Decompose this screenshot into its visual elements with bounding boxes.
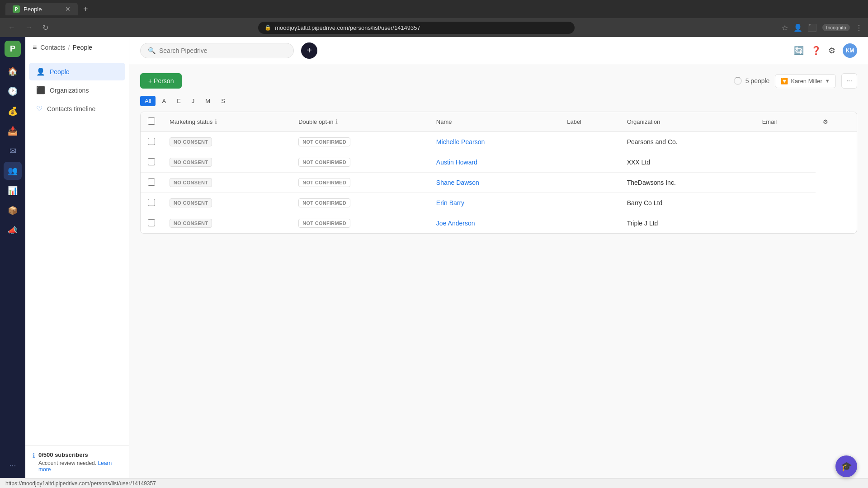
- row-checkbox-1[interactable]: [148, 158, 155, 165]
- forward-button[interactable]: →: [23, 22, 35, 33]
- rail-icon-mail[interactable]: ✉: [4, 142, 22, 160]
- add-person-button[interactable]: + Person: [140, 73, 182, 89]
- marketing-status-badge-4: NO CONSENT: [170, 219, 212, 228]
- row-email-4: [755, 213, 816, 234]
- incognito-badge: Incognito: [822, 24, 850, 31]
- rail-icon-products[interactable]: 📦: [4, 202, 22, 220]
- org-link-0[interactable]: Pearsons and Co.: [627, 138, 678, 145]
- org-link-2[interactable]: TheDawsons Inc.: [627, 179, 676, 186]
- person-name-link-2[interactable]: Shane Dawson: [436, 179, 479, 186]
- alpha-filter-e[interactable]: E: [172, 96, 185, 106]
- status-url: https://moodjoy1altd.pipedrive.com/perso…: [5, 480, 156, 487]
- sidebar-item-organizations[interactable]: ⬛ Organizations: [29, 81, 125, 99]
- contacts-timeline-nav-icon: ♡: [36, 104, 42, 113]
- search-input[interactable]: [159, 47, 286, 54]
- settings-icon[interactable]: ⚙: [828, 46, 835, 56]
- filter-icon: 🔽: [781, 78, 788, 84]
- row-checkbox-2[interactable]: [148, 178, 155, 186]
- hamburger-icon[interactable]: ≡: [33, 43, 37, 52]
- row-email-3: [755, 193, 816, 213]
- sidebar: ≡ Contacts / People 👤 People ⬛ Organizat…: [25, 37, 129, 478]
- alpha-filter-m[interactable]: M: [201, 96, 215, 106]
- marketing-status-info-icon[interactable]: ℹ: [215, 118, 217, 125]
- alpha-filter-j[interactable]: J: [187, 96, 199, 106]
- people-nav-icon: 👤: [36, 67, 45, 76]
- filter-button[interactable]: 🔽 Karen Miller ▼: [775, 74, 835, 88]
- rail-icon-contacts[interactable]: 👥: [4, 162, 22, 180]
- row-marketing-status-3: NO CONSENT: [162, 193, 291, 213]
- double-opt-in-badge-1: NOT CONFIRMED: [298, 158, 350, 167]
- sidebar-item-people[interactable]: 👤 People: [29, 63, 125, 80]
- more-options-button[interactable]: ···: [841, 73, 857, 89]
- header-settings[interactable]: ⚙: [816, 112, 857, 132]
- refresh-button[interactable]: ↻: [40, 22, 51, 34]
- select-all-checkbox[interactable]: [148, 117, 155, 125]
- org-link-3[interactable]: Barry Co Ltd: [627, 199, 663, 206]
- new-tab-button[interactable]: +: [81, 3, 90, 16]
- alpha-filter-a[interactable]: A: [157, 96, 170, 106]
- search-box[interactable]: 🔍: [140, 43, 294, 58]
- breadcrumb-separator: /: [68, 44, 70, 51]
- alpha-filter-all[interactable]: All: [140, 96, 156, 106]
- double-opt-in-badge-0: NOT CONFIRMED: [298, 137, 350, 146]
- rail-icon-deals[interactable]: 💰: [4, 102, 22, 120]
- org-link-1[interactable]: XXX Ltd: [627, 159, 650, 166]
- header-name: Name: [429, 112, 560, 132]
- sidebar-item-organizations-label: Organizations: [50, 87, 89, 94]
- row-marketing-status-0: NO CONSENT: [162, 132, 291, 152]
- bookmark-icon[interactable]: ☆: [782, 23, 788, 32]
- address-bar[interactable]: 🔒 moodjoy1altd.pipedrive.com/persons/lis…: [258, 22, 575, 34]
- breadcrumb-contacts[interactable]: Contacts: [40, 44, 65, 51]
- info-icon: ℹ: [33, 452, 35, 459]
- person-name-link-0[interactable]: Michelle Pearson: [436, 138, 485, 145]
- extensions-icon[interactable]: ⬛: [808, 23, 817, 32]
- rail-icon-activities[interactable]: 🕐: [4, 82, 22, 100]
- row-checkbox-3[interactable]: [148, 199, 155, 206]
- row-label-0: [560, 132, 619, 152]
- double-opt-in-badge-2: NOT CONFIRMED: [298, 178, 350, 187]
- tab-favicon: P: [13, 5, 20, 13]
- menu-icon[interactable]: ⋮: [855, 23, 863, 32]
- breadcrumb: Contacts / People: [40, 44, 92, 51]
- table-body: NO CONSENT NOT CONFIRMED Michelle Pearso…: [141, 132, 857, 234]
- avatar[interactable]: KM: [843, 43, 857, 58]
- person-name-link-3[interactable]: Erin Barry: [436, 199, 464, 206]
- sidebar-item-contacts-timeline[interactable]: ♡ Contacts timeline: [29, 100, 125, 117]
- app-logo[interactable]: P: [5, 41, 21, 57]
- subscribers-info: ℹ 0/500 subscribers Account review neede…: [33, 451, 122, 473]
- row-double-opt-in-4: NOT CONFIRMED: [291, 213, 429, 234]
- back-button[interactable]: ←: [5, 22, 18, 33]
- header-email: Email: [755, 112, 816, 132]
- row-label-4: [560, 213, 619, 234]
- top-bar: 🔍 + 🔄 ❓ ⚙ KM: [129, 37, 868, 64]
- double-opt-in-info-icon[interactable]: ℹ: [335, 118, 338, 125]
- rail-icon-insights[interactable]: 📊: [4, 182, 22, 200]
- main-content: 🔍 + 🔄 ❓ ⚙ KM + Person 5 people: [129, 37, 868, 478]
- org-link-4[interactable]: Triple J Ltd: [627, 220, 658, 227]
- content-area: + Person 5 people 🔽 Karen Miller ▼ ··· A…: [129, 64, 868, 478]
- row-checkbox-4[interactable]: [148, 219, 155, 226]
- table-row: NO CONSENT NOT CONFIRMED Austin Howard X…: [141, 152, 857, 173]
- profile-icon[interactable]: 👤: [793, 23, 802, 32]
- help-fab-button[interactable]: 🎓: [835, 455, 857, 477]
- icon-rail: P 🏠 🕐 💰 📥 ✉ 👥 📊 📦 📣 ···: [0, 37, 25, 478]
- rail-icon-campaigns[interactable]: 📣: [4, 221, 22, 239]
- sync-icon[interactable]: 🔄: [794, 46, 804, 56]
- add-button[interactable]: +: [301, 42, 317, 59]
- sidebar-header: ≡ Contacts / People: [25, 37, 129, 58]
- help-icon[interactable]: ❓: [811, 46, 821, 56]
- address-bar-row: ← → ↻ 🔒 moodjoy1altd.pipedrive.com/perso…: [0, 18, 868, 37]
- row-checkbox-0[interactable]: [148, 138, 155, 145]
- tab-close-button[interactable]: ✕: [65, 5, 71, 13]
- person-name-link-4[interactable]: Joe Anderson: [436, 220, 475, 227]
- rail-icon-home[interactable]: 🏠: [4, 62, 22, 80]
- person-name-link-1[interactable]: Austin Howard: [436, 159, 477, 166]
- table-row: NO CONSENT NOT CONFIRMED Michelle Pearso…: [141, 132, 857, 152]
- browser-tab[interactable]: P People ✕: [5, 3, 78, 15]
- rail-icon-leads[interactable]: 📥: [4, 122, 22, 140]
- alpha-filter-s[interactable]: S: [217, 96, 230, 106]
- app-container: P 🏠 🕐 💰 📥 ✉ 👥 📊 📦 📣 ··· ≡ Contacts / Peo…: [0, 37, 868, 478]
- row-label-1: [560, 152, 619, 173]
- rail-icon-more[interactable]: ···: [4, 456, 22, 474]
- organizations-nav-icon: ⬛: [36, 86, 45, 94]
